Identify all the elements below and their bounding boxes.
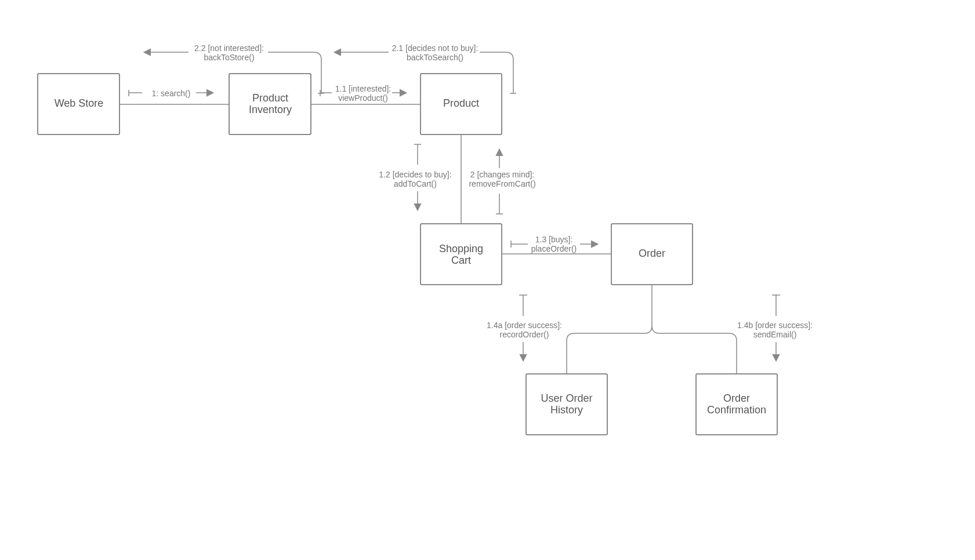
edge-label: 1.4b [order success]: [737,321,813,330]
node-label: Web Store [55,97,104,109]
edge-label: 1: search() [152,89,191,98]
node-product-inventory: Product Inventory [229,74,311,134]
edge-record-order: 1.4a [order success]: recordOrder() [487,295,562,361]
edge-search: 1: search() [129,89,213,98]
edge-label: placeOrder() [531,244,577,253]
edge-label: 1.1 [interested]: [335,84,392,93]
edge-place-order: 1.3 [buys]: placeOrder() [511,235,597,253]
node-label: Product [443,97,479,109]
node-label: Order [639,248,665,259]
node-label: History [550,404,583,416]
node-product: Product [421,74,502,134]
node-order-confirmation: Order Confirmation [696,374,777,435]
edge-label: backToSearch() [407,53,463,62]
edge-label: 1.2 [decides to buy]: [379,170,451,179]
node-web-store: Web Store [38,74,119,134]
edge-label: 2.1 [decides not to buy]: [392,43,479,53]
node-label: Inventory [249,104,292,115]
edge-label: 1.3 [buys]: [535,235,573,244]
node-label: Shopping [439,243,483,254]
edge-add-to-cart: 1.2 [decides to buy]: addToCart() [379,144,451,210]
edge-remove-from-cart: 2 [changes mind]: removeFromCart() [469,150,535,214]
edge-label: sendEmail() [753,330,797,339]
edge-view-product: 1.1 [interested]: viewProduct() [320,84,406,103]
node-shopping-cart: Shopping Cart [421,224,502,285]
edge-send-email: 1.4b [order success]: sendEmail() [737,295,813,361]
node-user-order-history: User Order History [526,374,607,435]
communication-diagram: Web Store Product Inventory Product Shop… [0,0,975,560]
edge-label: recordOrder() [500,330,549,339]
node-label: Cart [451,254,471,266]
edge-label: 1.4a [order success]: [487,321,562,330]
edge-label: removeFromCart() [469,179,535,188]
edge-label: addToCart() [394,179,437,188]
edge-label: viewProduct() [338,93,388,103]
edge-label: 2 [changes mind]: [470,170,535,179]
node-label: Confirmation [707,404,766,416]
node-label: User Order [541,392,592,404]
edge-label: backToStore() [204,53,254,62]
node-label: Order [723,392,750,404]
node-order: Order [611,224,693,285]
node-label: Product [252,92,288,104]
assoc-fork-line [567,285,737,374]
edge-label: 2.2 [not interested]: [194,43,264,53]
